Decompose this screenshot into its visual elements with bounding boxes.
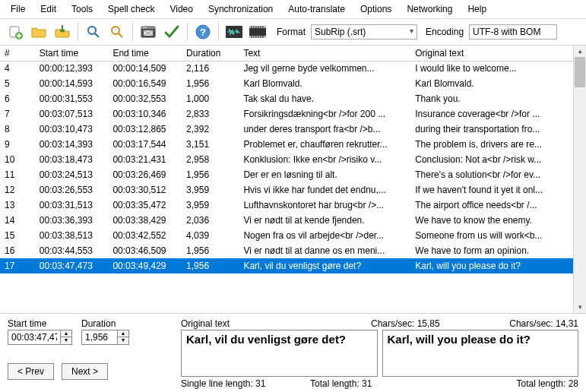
chars-per-sec-1: Chars/sec: 15,85 xyxy=(371,318,477,329)
svg-rect-21 xyxy=(251,36,252,38)
text-editor-1[interactable]: Karl, vil du venligst gøre det? xyxy=(181,330,378,377)
svg-rect-25 xyxy=(260,36,261,38)
table-row[interactable]: 1500:03:38,51300:03:42,5524,039Nogen fra… xyxy=(0,228,573,243)
menu-synchronization[interactable]: Synchronization xyxy=(201,2,280,17)
col-duration[interactable]: Duration xyxy=(182,46,239,61)
svg-rect-23 xyxy=(255,36,257,38)
svg-point-2 xyxy=(88,27,96,34)
svg-rect-20 xyxy=(262,27,264,28)
waveform-button[interactable] xyxy=(223,21,245,43)
prev-button[interactable]: < Prev xyxy=(8,363,54,380)
find-button[interactable] xyxy=(83,21,104,43)
duration-label: Duration xyxy=(81,318,129,329)
original-text-label: Original text xyxy=(181,318,371,329)
menu-spell-check[interactable]: Spell check xyxy=(100,2,162,17)
total-length-2: Total length: 28 xyxy=(477,378,578,389)
menu-bar: FileEditToolsSpell checkVideoSynchroniza… xyxy=(0,0,586,19)
table-row[interactable]: 600:00:31,55300:00:32,5531,000Tak skal d… xyxy=(0,91,573,106)
table-row[interactable]: 400:00:12,39300:00:14,5092,116Jeg vil ge… xyxy=(0,61,573,76)
table-row[interactable]: 1200:03:26,55300:03:30,5123,959Hvis vi i… xyxy=(0,182,573,198)
menu-options[interactable]: Options xyxy=(353,2,399,17)
start-time-input[interactable] xyxy=(8,330,61,345)
table-row[interactable]: 1100:03:24,51300:03:26,4691,956Der er en… xyxy=(0,167,573,182)
editor-panel: Start time ▲▼ Duration ▲▼ < Prev Next > … xyxy=(0,313,586,392)
table-row[interactable]: 500:00:14,59300:00:16,5491,956Karl Blomv… xyxy=(0,76,573,91)
table-row[interactable]: 800:03:10,47300:03:12,8652,392under dere… xyxy=(0,122,573,137)
video-button[interactable] xyxy=(247,21,268,43)
scroll-thumb[interactable] xyxy=(575,57,585,87)
spellcheck-button[interactable] xyxy=(161,21,182,43)
new-file-button[interactable] xyxy=(5,21,26,43)
table-row[interactable]: 1300:03:31,51300:03:35,4723,959Lufthavns… xyxy=(0,198,573,213)
next-button[interactable]: Next > xyxy=(62,363,108,380)
svg-rect-22 xyxy=(253,36,255,38)
col-text[interactable]: Text xyxy=(239,46,410,61)
single-line-length: Single line length: 31 xyxy=(181,378,310,389)
svg-rect-19 xyxy=(260,27,261,28)
table-row[interactable]: 700:03:07,51300:03:10,3462,833Forsikring… xyxy=(0,106,573,122)
col-start[interactable]: Start time xyxy=(35,46,109,61)
menu-auto-translate[interactable]: Auto-translate xyxy=(280,2,353,17)
visual-sync-button[interactable] xyxy=(138,21,159,43)
menu-file[interactable]: File xyxy=(3,2,33,17)
start-down[interactable]: ▼ xyxy=(61,337,71,344)
scroll-up-button[interactable]: ▴ xyxy=(574,46,586,57)
duration-input[interactable] xyxy=(81,330,118,345)
format-select[interactable]: SubRip (.srt) xyxy=(311,24,417,40)
svg-rect-26 xyxy=(262,36,264,38)
dur-up[interactable]: ▲ xyxy=(118,330,128,337)
start-time-label: Start time xyxy=(8,318,72,329)
table-row[interactable]: 1700:03:47,47300:03:49,4291,956Karl, vil… xyxy=(0,258,573,273)
menu-tools[interactable]: Tools xyxy=(64,2,100,17)
save-file-button[interactable] xyxy=(52,21,73,43)
svg-rect-15 xyxy=(251,27,252,28)
svg-point-7 xyxy=(145,27,147,29)
svg-rect-24 xyxy=(258,36,259,38)
col-end[interactable]: End time xyxy=(108,46,182,61)
total-length-1: Total length: 31 xyxy=(310,378,477,389)
format-label: Format xyxy=(277,27,306,37)
chars-per-sec-2: Chars/sec: 14,31 xyxy=(477,318,578,329)
col-original[interactable]: Original text xyxy=(410,46,573,61)
table-row[interactable]: 1000:03:18,47300:03:21,4312,958Konklusio… xyxy=(0,152,573,167)
table-row[interactable]: 900:03:14,39300:03:17,5443,151Problemet … xyxy=(0,137,573,152)
start-up[interactable]: ▲ xyxy=(61,330,71,337)
open-file-button[interactable] xyxy=(28,21,49,43)
table-row[interactable]: 1600:03:44,55300:03:46,5091,956Vi er nød… xyxy=(0,243,573,258)
text-editor-2[interactable]: Karl, will you please do it? xyxy=(382,330,579,377)
encoding-label: Encoding xyxy=(426,27,464,37)
replace-button[interactable] xyxy=(106,21,128,43)
menu-edit[interactable]: Edit xyxy=(33,2,64,17)
subtitle-grid[interactable]: # Start time End time Duration Text Orig… xyxy=(0,46,573,313)
svg-rect-16 xyxy=(253,27,255,28)
toolbar: ? Format SubRip (.srt) Encoding xyxy=(0,19,586,46)
encoding-input[interactable] xyxy=(469,24,557,40)
menu-networking[interactable]: Networking xyxy=(399,2,460,17)
svg-text:?: ? xyxy=(200,27,206,38)
table-row[interactable]: 1400:03:36,39300:03:38,4292,036Vi er nød… xyxy=(0,213,573,228)
vertical-scrollbar[interactable]: ▴ ▾ xyxy=(573,46,586,313)
svg-point-3 xyxy=(112,27,119,34)
menu-help[interactable]: Help xyxy=(460,2,494,17)
menu-video[interactable]: Video xyxy=(162,2,200,17)
col-number[interactable]: # xyxy=(0,46,35,61)
svg-rect-18 xyxy=(258,27,259,28)
help-button[interactable]: ? xyxy=(192,21,214,43)
svg-point-6 xyxy=(143,27,144,29)
svg-rect-17 xyxy=(255,27,257,28)
scroll-down-button[interactable]: ▾ xyxy=(574,302,586,313)
dur-down[interactable]: ▼ xyxy=(118,337,128,344)
